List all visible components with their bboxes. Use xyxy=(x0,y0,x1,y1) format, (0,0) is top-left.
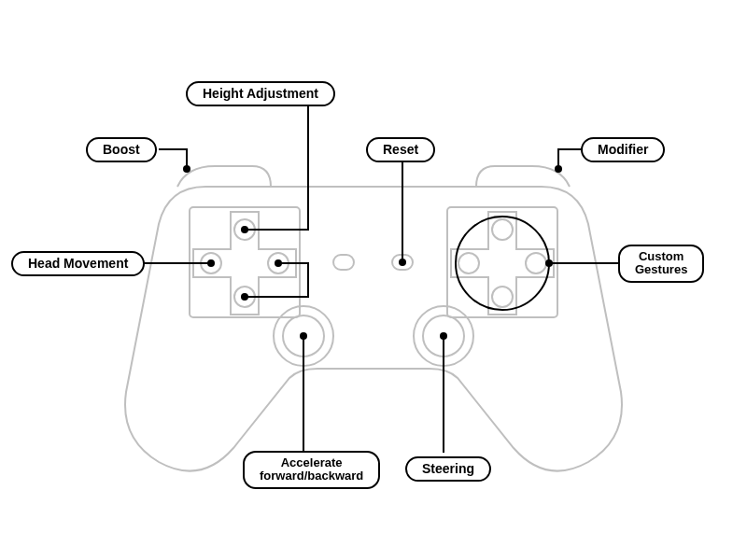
label-custom-gestures: Custom Gestures xyxy=(618,245,704,283)
svg-point-6 xyxy=(458,253,479,273)
label-head-movement: Head Movement xyxy=(11,251,145,276)
label-boost: Boost xyxy=(86,137,157,162)
svg-point-4 xyxy=(492,219,513,240)
label-reset: Reset xyxy=(366,137,435,162)
center-button-left xyxy=(333,255,354,270)
face-button-ring xyxy=(456,217,549,310)
left-shoulder xyxy=(177,166,271,187)
label-modifier: Modifier xyxy=(581,137,665,162)
label-height-adjustment: Height Adjustment xyxy=(186,81,335,106)
facebutton-frame xyxy=(447,207,557,317)
svg-point-5 xyxy=(492,287,513,307)
label-steering: Steering xyxy=(405,456,491,482)
controller-body xyxy=(125,187,622,471)
facebutton-cross xyxy=(451,212,554,315)
svg-point-7 xyxy=(526,253,546,273)
label-accelerate: Accelerate forward/backward xyxy=(243,451,380,489)
